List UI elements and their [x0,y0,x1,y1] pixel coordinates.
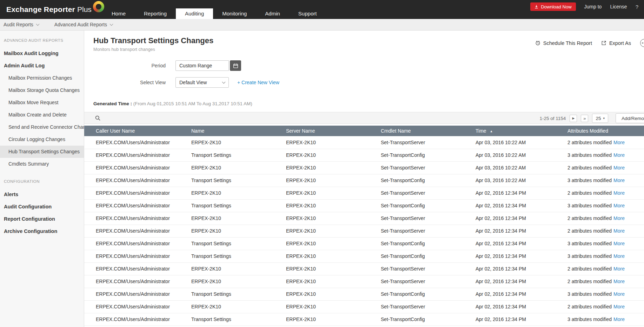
breadcrumb-audit-reports[interactable]: Audit Reports [4,22,39,27]
more-link[interactable]: More [613,140,625,145]
sidebar-item-alerts[interactable]: Alerts [0,188,84,201]
chevron-down-icon [36,22,39,26]
more-link[interactable]: More [613,279,625,284]
more-link[interactable]: More [613,190,625,196]
logo-text-accent: Plus [77,5,92,14]
more-options-icon[interactable] [640,39,644,47]
col-server-name[interactable]: Server Name [283,126,377,136]
more-link[interactable]: More [613,304,625,309]
more-link[interactable]: More [613,152,625,158]
page-size-dropdown[interactable]: 25 ▾ [592,114,608,123]
col-name[interactable]: Name [188,126,283,136]
sidebar-item-mailbox-permission-changes[interactable]: Mailbox Permission Changes [0,72,84,84]
cell-attributes-modified: 2 attributes modifiedMore [564,136,644,149]
search-button[interactable] [95,115,101,121]
app-root: Exchange Reporter Plus Home Reporting Au… [0,0,644,327]
cell-caller-user-name: ERPEX.COM/Users/Administrator [84,300,188,313]
more-link[interactable]: More [613,203,625,208]
cell-cmdlet-name: Set-TransportServer [377,262,472,275]
download-now-button[interactable]: Download Now [530,2,576,11]
cell-cmdlet-name: Set-TransportConfig [377,199,472,212]
nav-monitoring[interactable]: Monitoring [213,8,256,19]
calendar-button[interactable] [230,60,241,71]
sidebar-item-mailbox-audit-logging[interactable]: Mailbox Audit Logging [0,47,84,60]
more-link[interactable]: More [613,215,625,221]
select-view-dropdown[interactable]: Default View [175,77,229,88]
attributes-text: 3 attributes modified [567,291,612,297]
table-row: ERPEX.COM/Users/AdministratorTransport S… [84,199,644,212]
more-link[interactable]: More [613,241,625,246]
nav-home[interactable]: Home [102,8,135,19]
head-actions: Schedule This Report Export As [535,39,644,47]
export-as-button[interactable]: Export As [601,40,631,46]
sidebar-item-admin-audit-log[interactable]: Admin Audit Log [0,60,84,72]
cell-cmdlet-name: Set-TransportServer [377,161,472,174]
schedule-this-report-button[interactable]: Schedule This Report [535,40,592,46]
sidebar-item-mailbox-move-request[interactable]: Mailbox Move Request [0,96,84,109]
cell-cmdlet-name: Set-TransportServer [377,136,472,149]
cell-caller-user-name: ERPEX.COM/Users/Administrator [84,161,188,174]
download-icon [535,5,538,9]
sidebar-section-configuration: CONFIGURATION [0,179,84,184]
cell-caller-user-name: ERPEX.COM/Users/Administrator [84,199,188,212]
sidebar-item-circular-logging-changes[interactable]: Circular Logging Changes [0,133,84,146]
sidebar: ADVANCED AUDIT REPORTS Mailbox Audit Log… [0,31,84,327]
content-head: Hub Transport Settings Changes Monitors … [84,31,644,52]
cell-server-name: ERPEX-2K10 [283,174,377,187]
cell-name: ERPEX-2K10 [188,300,283,313]
jump-to-link[interactable]: Jump to [584,4,602,9]
table-row: ERPEX.COM/Users/AdministratorERPEX-2K10E… [84,212,644,225]
period-input[interactable] [175,60,229,71]
next-page-button[interactable]: ▶ [570,115,577,122]
cell-caller-user-name: ERPEX.COM/Users/Administrator [84,225,188,237]
cell-server-name: ERPEX-2K10 [283,212,377,225]
more-link[interactable]: More [613,316,625,322]
col-time[interactable]: Time ▲ [472,126,564,136]
cell-caller-user-name: ERPEX.COM/Users/Administrator [84,250,188,262]
select-view-value: Default View [179,80,207,85]
download-label: Download Now [541,4,571,9]
more-link[interactable]: More [613,291,625,297]
help-icon[interactable]: ? [636,4,638,10]
sidebar-item-send-and-receive-connector-changes[interactable]: Send and Receive Connector Changes [0,121,84,133]
sidebar-item-cmdlets-summary[interactable]: Cmdlets Summary [0,158,84,170]
last-page-button[interactable]: » [581,115,588,122]
content-area: Hub Transport Settings Changes Monitors … [84,31,644,327]
more-link[interactable]: More [613,253,625,259]
sidebar-item-mailbox-storage-quota-changes[interactable]: Mailbox Storage Quota Changes [0,84,84,96]
sidebar-item-audit-configuration[interactable]: Audit Configuration [0,201,84,213]
breadcrumb-label: Advanced Audit Reports [54,22,107,27]
sidebar-item-hub-transport-settings-changes[interactable]: Hub Transport Settings Changes [0,146,84,158]
create-new-view-link[interactable]: + Create New View [237,80,279,85]
topbar: Exchange Reporter Plus Home Reporting Au… [0,0,644,19]
nav-admin[interactable]: Admin [256,8,289,19]
nav-auditing[interactable]: Auditing [176,8,213,19]
cell-caller-user-name: ERPEX.COM/Users/Administrator [84,149,188,161]
col-attributes-modified[interactable]: Attributes Modified [564,126,644,136]
cell-time: Apr 02, 2016 12:34 PM [472,250,564,262]
cell-time: Apr 02, 2016 12:34 PM [472,300,564,313]
export-icon [601,40,606,46]
cell-cmdlet-name: Set-TransportServer [377,187,472,199]
more-link[interactable]: More [613,266,625,272]
sidebar-item-mailbox-create-and-delete[interactable]: Mailbox Create and Delete [0,109,84,121]
license-link[interactable]: License [610,4,627,9]
cell-attributes-modified: 3 attributes modifiedMore [564,174,644,187]
app-logo[interactable]: Exchange Reporter Plus [6,0,104,19]
col-cmdlet-name[interactable]: Cmdlet Name [377,126,472,136]
breadcrumb-advanced-audit-reports[interactable]: Advanced Audit Reports [54,22,113,27]
sidebar-item-report-configuration[interactable]: Report Configuration [0,213,84,225]
cell-name: Transport Settings [188,237,283,250]
cell-attributes-modified: 2 attributes modifiedMore [564,161,644,174]
nav-support[interactable]: Support [289,8,326,19]
select-view-label: Select View [84,80,175,85]
col-caller-user-name[interactable]: Caller User Name [84,126,188,136]
more-link[interactable]: More [613,178,625,183]
cell-cmdlet-name: Set-TransportServer [377,275,472,288]
sidebar-item-archive-configuration[interactable]: Archive Configuration [0,225,84,238]
add-remove-columns-button[interactable]: Add/Remove Columns [616,113,644,123]
more-link[interactable]: More [613,228,625,234]
more-link[interactable]: More [613,165,625,171]
nav-reporting[interactable]: Reporting [135,8,176,19]
attributes-text: 3 attributes modified [567,241,612,246]
